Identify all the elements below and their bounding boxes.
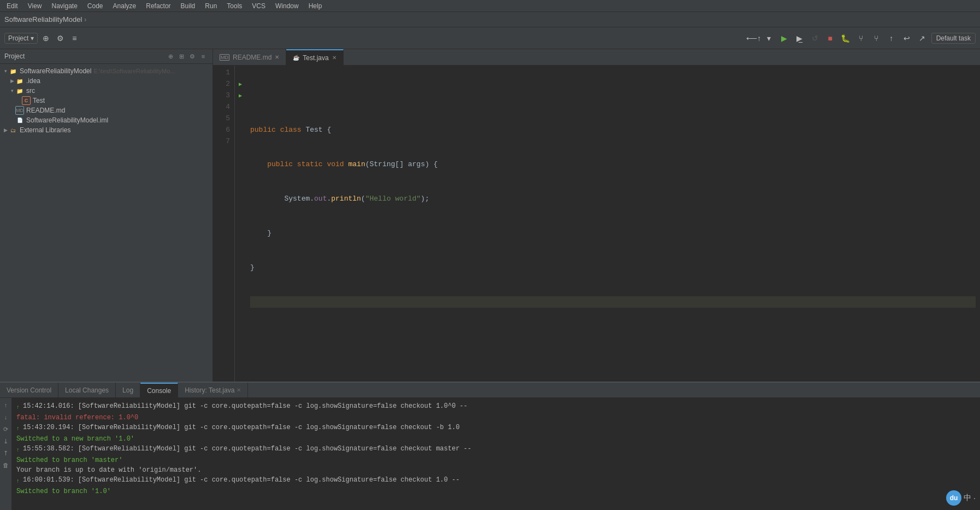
console-body: ↑ ↓ ⟳ ⤓ ⤒ 🗑 ↑ 15:42:14.016: [SoftwareRel… [0,398,980,510]
title-arrow: › [84,16,86,24]
code-editor[interactable]: 1 2 3 4 5 6 7 ▶ ▶ public class Test { [213,66,980,382]
up-arrow-3: ↑ [16,424,20,434]
lib-icon: 🗂 [9,126,17,134]
tab-history[interactable]: History: Test.java ✕ [178,383,248,398]
console-fetch-btn[interactable]: ⤓ [1,436,11,446]
menu-tools[interactable]: Tools [222,1,246,11]
src-label: src [26,87,35,95]
menu-vcs[interactable]: VCS [247,1,270,11]
toolbar-right: ⟵↑ ▾ ▶ ▶̲ ↺ ■ 🐛 ⑂ ⑂ ↑ ↩ ↗ Default task [748,32,976,44]
collapse-arrow-idea: ▶ [9,78,15,84]
tab-console[interactable]: Console [140,383,178,398]
menu-window[interactable]: Window [271,1,303,11]
sidebar-btn-2[interactable]: ⊞ [176,51,186,61]
coverage-button[interactable]: ▶̲ [794,32,806,44]
undo-button[interactable]: ↩ [901,32,913,44]
external-link-icon[interactable]: ↗ [916,32,928,44]
tab-testjava-close[interactable]: ✕ [332,55,336,61]
console-push-btn[interactable]: ⤒ [1,448,11,458]
default-task[interactable]: Default task [931,33,976,44]
tree-item-iml[interactable]: 📄 SoftwareReliabilityModel.iml [0,115,212,125]
bottom-panel: Version Control Local Changes Log Consol… [0,382,980,510]
tab-readme-label: README.md [233,54,271,61]
git-branch-icon[interactable]: ⑂ [855,32,867,44]
tree-item-src[interactable]: ▾ 📁 src [0,86,212,96]
console-error-2: fatal: invalid reference: 1.0^0 [16,413,138,423]
readme-label: README.md [26,107,65,114]
editor-area: MD README.md ✕ ☕ Test.java ✕ 1 2 3 4 5 6… [213,49,980,382]
tree-item-extlibs[interactable]: ▶ 🗂 External Libraries [0,125,212,135]
run-button[interactable]: ▶ [778,32,790,44]
git-push-icon[interactable]: ↑ [885,32,898,44]
sidebar-header: Project ⊕ ⊞ ⚙ ≡ [0,49,212,64]
tab-testjava-label: Test.java [303,54,328,62]
console-line-6: Switched to branch 'master' [16,455,976,465]
menu-refactor[interactable]: Refactor [141,1,175,11]
code-line-6: } [250,262,976,273]
sync-button[interactable]: ⊕ [40,32,52,44]
vcs-dropdown-icon[interactable]: ▾ [763,32,775,44]
folder-icon-root: 📁 [9,67,17,75]
console-left-toolbar: ↑ ↓ ⟳ ⤓ ⤒ 🗑 [0,398,12,510]
tree-item-readme[interactable]: MD README.md [0,105,212,115]
md-tab-icon: MD [220,54,229,61]
tab-version-control[interactable]: Version Control [0,383,58,398]
stop-button[interactable]: ■ [824,32,836,44]
du-icon[interactable]: du [946,490,961,506]
toolbar-left: Project ▾ ⊕ ⚙ ≡ [4,32,80,44]
debug-button[interactable]: 🐛 [840,32,852,44]
menu-help[interactable]: Help [304,1,327,11]
run-arrow-line2[interactable]: ▶ [239,81,242,87]
menu-code[interactable]: Code [83,1,108,11]
console-delete-btn[interactable]: 🗑 [1,460,11,470]
project-selector[interactable]: Project ▾ [4,33,38,44]
menu-navigate[interactable]: Navigate [47,1,81,11]
sidebar: Project ⊕ ⊞ ⚙ ≡ ▾ 📁 SoftwareReliabilityM… [0,49,213,382]
tab-history-close[interactable]: ✕ [237,387,241,393]
menu-run[interactable]: Run [200,1,221,11]
tab-console-label: Console [147,387,171,395]
settings-button[interactable]: ⚙ [54,32,66,44]
menu-edit[interactable]: Edit [2,1,22,11]
content-area: Project ⊕ ⊞ ⚙ ≡ ▾ 📁 SoftwareReliabilityM… [0,49,980,382]
cn-icon[interactable]: 中 [964,493,971,503]
tree-item-idea[interactable]: ▶ 📁 .idea [0,76,212,86]
tree-item-root[interactable]: ▾ 📁 SoftwareReliabilityModel E:\test\Sof… [0,66,212,76]
sidebar-toolbar: ⊕ ⊞ ⚙ ≡ [166,51,208,61]
code-content[interactable]: public class Test { public static void m… [246,66,980,382]
git-merge-icon[interactable]: ⑂ [870,32,882,44]
bottom-tabs: Version Control Local Changes Log Consol… [0,383,980,398]
menu-build[interactable]: Build [176,1,200,11]
console-up-btn[interactable]: ↑ [1,400,11,410]
root-path: E:\test\SoftwareReliabilityMo... [93,68,175,74]
tree-item-test[interactable]: C Test [0,96,212,105]
console-text-1: 15:42:14.016: [SoftwareReliabilityModel]… [23,401,468,411]
tab-readme-close[interactable]: ✕ [275,54,279,60]
tab-local-changes[interactable]: Local Changes [58,383,116,398]
file-tree: ▾ 📁 SoftwareReliabilityModel E:\test\Sof… [0,64,212,382]
iml-label: SoftwareReliabilityModel.iml [26,116,108,124]
md-icon-readme: MD [15,106,24,115]
rerun-button[interactable]: ↺ [809,32,821,44]
vcs-update-icon[interactable]: ⟵↑ [748,32,760,44]
code-line-3: public static void main(String[] args) { [250,159,976,170]
menu-analyze[interactable]: Analyze [109,1,141,11]
tab-lc-label: Local Changes [65,386,109,394]
tab-log[interactable]: Log [116,383,140,398]
layout-button[interactable]: ≡ [68,32,80,44]
console-line-7: Your branch is up to date with 'origin/m… [16,465,976,475]
tab-testjava[interactable]: ☕ Test.java ✕ [286,49,343,66]
console-line-1: ↑ 15:42:14.016: [SoftwareReliabilityMode… [16,401,976,413]
menu-bar: Edit View Navigate Code Analyze Refactor… [0,0,980,12]
console-update-btn[interactable]: ⟳ [1,424,11,434]
sidebar-btn-1[interactable]: ⊕ [166,51,175,61]
console-down-btn[interactable]: ↓ [1,412,11,422]
console-text-5: 15:55:38.582: [SoftwareReliabilityModel]… [23,444,471,454]
menu-view[interactable]: View [23,1,46,11]
dot-icon[interactable]: · [973,494,976,502]
sidebar-btn-3[interactable]: ⚙ [187,51,197,61]
sidebar-btn-4[interactable]: ≡ [198,51,208,61]
tab-readme[interactable]: MD README.md ✕ [213,49,286,66]
run-arrow-line3[interactable]: ▶ [239,92,242,99]
up-arrow-1: ↑ [16,403,20,413]
